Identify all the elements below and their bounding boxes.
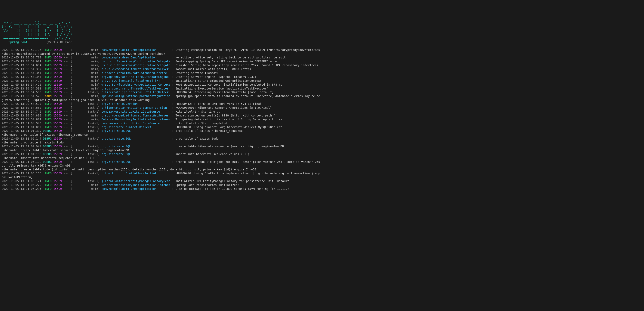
log-thread: [ task-1] (70, 102, 100, 105)
log-pid: 15609 (53, 137, 62, 140)
log-logger: o.s.b.w.embedded.tomcat.TomcatWebServer (102, 114, 170, 117)
log-level: INFO (43, 125, 52, 129)
log-pid: 15609 (53, 179, 62, 183)
log-wrap-line: nal.NoJtaPlatform] (2, 175, 642, 179)
log-level: INFO (43, 64, 52, 67)
log-timestamp: 2020-11-05 13:31:02.144 (2, 137, 41, 140)
log-pid: 15609 (53, 187, 62, 190)
log-level: INFO (43, 68, 52, 71)
log-message: HHH000204: Processing PersistenceUnitInf… (176, 91, 274, 94)
log-wrap-line: g view rendering. Explicitly configure s… (2, 98, 642, 102)
log-message: HCANN000001: Hibernate Commons Annotatio… (176, 106, 272, 109)
log-level: INFO (43, 118, 52, 121)
log-logger: o.s.s.concurrent.ThreadPoolTaskExecutor (102, 87, 170, 90)
log-thread: [ task-1] (70, 122, 100, 125)
log-logger: o.apache.catalina.core.StandardService (102, 71, 170, 75)
log-thread: [ main] (70, 187, 100, 190)
log-timestamp: 2020-11-05 13:30:54.344 (2, 71, 41, 75)
log-pid: 15609 (53, 122, 62, 125)
log-logger: com.zaxxer.hikari.HikariDataSource (102, 122, 170, 125)
log-timestamp: 2020-11-05 13:30:54.344 (2, 75, 41, 79)
log-timestamp: 2020-11-05 13:30:54.800 (2, 114, 41, 117)
spring-banner-line: ' |____| .__|_| |_|_| |_\__, | / / / / (2, 33, 642, 36)
log-level: DEBUG (43, 129, 52, 132)
log-line: 2020-11-05 13:30:54.054 INFO 15609 --- [… (2, 63, 642, 67)
log-message: Tomcat started on port(s): 8080 (http) w… (176, 114, 277, 117)
log-level: INFO (43, 91, 52, 94)
log-logger: com.zaxxer.hikari.HikariDataSource (102, 110, 170, 113)
log-pid: 15609 (53, 118, 62, 121)
log-logger: o.s.b.w.embedded.tomcat.TomcatWebServer (102, 68, 170, 71)
log-message: Bootstrapping Spring Data JPA repositori… (176, 60, 279, 63)
log-line: 2020-11-05 13:31:02.949 DEBUG 15609 --- … (2, 144, 642, 148)
log-timestamp: 2020-11-05 13:31:01.319 (2, 129, 41, 132)
log-logger: org.hibernate.dialect.Dialect (102, 125, 170, 129)
log-logger: com.example.demo.DemoApplication (102, 56, 170, 59)
log-thread: [ main] (70, 75, 100, 79)
log-pid: 15609 (53, 114, 62, 117)
log-thread: [ main] (70, 48, 100, 52)
log-thread: [ task-1] (70, 137, 100, 140)
log-level: INFO (43, 48, 52, 52)
log-timestamp: 2020-11-05 13:31:06.166 (2, 172, 41, 175)
terminal-output[interactable]: . ____ _ __ _ _ /\\ / ___'_ __ _ _(_)_ _… (2, 17, 642, 191)
log-thread: [ task-1] (70, 152, 100, 156)
log-wrap-line: Hibernate: drop table if exists hibernat… (2, 133, 642, 137)
log-logger: o.hibernate.annotations.common.Version (102, 106, 170, 109)
log-message: HikariPool-1 - Starting... (176, 110, 220, 113)
log-pid: 15609 (53, 79, 62, 82)
log-line: 2020-11-05 13:30:54.579 WARN 15609 --- [… (2, 94, 642, 98)
log-timestamp: 2020-11-05 13:30:54.593 (2, 102, 41, 105)
log-timestamp: 2020-11-05 13:31:01.012 (2, 125, 41, 129)
spring-banner-line: /\\ / ___'_ __ _ _(_)_ __ __ _ \ \ \ \ (2, 21, 642, 25)
log-message: Initialized JPA EntityManagerFactory for… (176, 179, 291, 183)
log-thread: [ main] (70, 114, 100, 117)
log-level: INFO (43, 110, 52, 113)
spring-banner-line: \\/ ___)| |_)| | | | | || (_| | ) ) ) ) (2, 29, 642, 33)
log-thread: [ main] (70, 87, 100, 90)
log-pid: 15609 (53, 83, 62, 86)
log-logger: org.hibernate.SQL (102, 152, 170, 156)
log-message: Initializing Spring embedded WebApplicat… (176, 79, 261, 82)
log-message: Initializing ExecutorService 'applicatio… (176, 87, 268, 90)
log-message: HikariPool-1 - Start completed. (176, 122, 229, 125)
log-line: 2020-11-05 13:31:06.166 INFO 15609 --- [… (2, 171, 642, 175)
log-pid: 15609 (53, 48, 62, 52)
log-line: 2020-11-05 13:30:54.801 INFO 15609 --- [… (2, 118, 642, 121)
log-pid: 15609 (53, 160, 62, 163)
log-pid: 15609 (53, 129, 62, 132)
log-thread: [ task-1] (70, 129, 100, 132)
log-level: INFO (43, 71, 52, 75)
log-logger: o.a.c.c.C.[Tomcat].[localhost].[/] (102, 79, 170, 82)
log-thread: [ main] (70, 83, 100, 86)
log-level: DEBUG (43, 145, 52, 148)
log-thread: [ task-1] (70, 172, 100, 175)
log-timestamp: 2020-11-05 13:31:06.285 (2, 187, 41, 190)
log-pid: 15609 (53, 94, 62, 98)
log-logger: .s.d.r.c.RepositoryConfigurationDelegate (102, 60, 170, 63)
log-message: Triggering deferred initialization of Sp… (176, 118, 284, 121)
log-line: 2020-11-05 13:30:54.559 INFO 15609 --- [… (2, 90, 642, 94)
log-logger: org.hibernate.Version (102, 102, 170, 105)
log-timestamp: 2020-11-05 13:31:02.949 (2, 145, 41, 148)
log-wrap-line: Hibernate: insert into hibernate_sequenc… (2, 156, 642, 160)
log-logger: DeferredRepositoryInitializationListener (102, 183, 170, 187)
log-logger: org.hibernate.SQL (102, 137, 170, 140)
log-message: Starting service [Tomcat] (176, 71, 218, 75)
log-thread: [ task-1] (70, 145, 100, 148)
log-message: drop table if exists hibernate_sequence (176, 129, 242, 132)
log-pid: 15609 (53, 145, 62, 148)
log-thread: [ task-1] (70, 106, 100, 109)
log-level: INFO (43, 75, 52, 79)
log-thread: [ main] (70, 56, 100, 59)
log-message: No active profile set, falling back to d… (176, 56, 286, 59)
log-pid: 15609 (53, 64, 62, 67)
log-pid: 15609 (53, 75, 62, 79)
log-timestamp: 2020-11-05 13:31:06.279 (2, 183, 41, 187)
log-logger: JpaBaseConfiguration$JpaWebConfiguration (102, 94, 170, 98)
log-message: Tomcat initialized with port(s): 8080 (h… (176, 68, 251, 71)
log-wrap-line: Hibernate: drop table if exists todo (2, 141, 642, 144)
log-line: 2020-11-05 13:31:04.185 DEBUG 15609 --- … (2, 152, 642, 156)
log-timestamp: 2020-11-05 13:31:05.190 (2, 160, 41, 163)
log-line: 2020-11-05 13:30:54.420 INFO 15609 --- [… (2, 79, 642, 83)
